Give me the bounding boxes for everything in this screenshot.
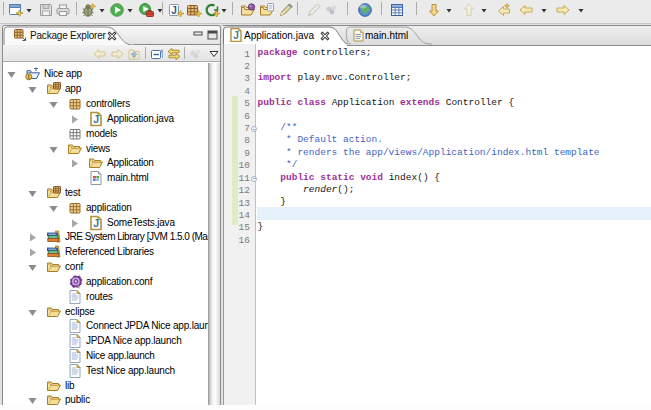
- svg-text:J: J: [93, 217, 99, 229]
- svg-text:J: J: [233, 30, 239, 41]
- svg-text:J: J: [171, 5, 177, 16]
- svg-text:J: J: [93, 113, 99, 125]
